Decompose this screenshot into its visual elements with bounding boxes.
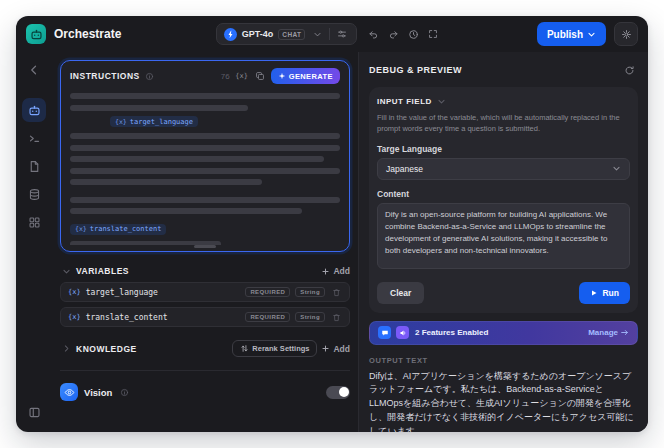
undo-icon[interactable]: [364, 25, 382, 43]
model-mode-badge: CHAT: [278, 29, 305, 40]
variable-brace-icon: {x}: [68, 288, 81, 296]
variable-row-translate-content[interactable]: {x} translate_content REQUIRED String: [60, 307, 350, 327]
debug-title: DEBUG & PREVIEW: [369, 65, 462, 75]
pill-divider: [329, 28, 330, 40]
features-enabled-text: 2 Features Enabled: [415, 328, 488, 337]
model-params-sliders-icon[interactable]: [335, 27, 349, 41]
header-settings-button[interactable]: [614, 22, 638, 46]
layout-icon: [28, 406, 41, 419]
chevron-down-icon[interactable]: [60, 265, 72, 277]
expand-icon[interactable]: [424, 25, 442, 43]
trash-icon[interactable]: [330, 286, 342, 298]
file-icon: [28, 160, 41, 173]
required-badge: REQUIRED: [245, 312, 290, 322]
back-button[interactable]: [22, 58, 46, 82]
vision-feature-row: Vision: [60, 383, 350, 401]
target-language-select[interactable]: Japanese: [377, 158, 630, 180]
instructions-editor[interactable]: INSTRUCTIONS 76 {x} GENERATE: [60, 60, 350, 252]
chevron-down-icon: [310, 27, 324, 41]
copy-icon[interactable]: [253, 69, 267, 83]
content-textarea[interactable]: Dify is an open-source platform for buil…: [377, 203, 630, 269]
trash-icon[interactable]: [330, 311, 342, 323]
history-icon[interactable]: [404, 25, 422, 43]
redacted-text-line: [70, 168, 340, 174]
debug-header: DEBUG & PREVIEW: [369, 61, 638, 79]
instructions-header: INSTRUCTIONS 76 {x} GENERATE: [70, 68, 340, 84]
redacted-text-line: [70, 179, 262, 185]
feature-tts-icon: [396, 326, 409, 339]
panel-layout-toggle[interactable]: [22, 400, 46, 424]
vision-icon: [60, 383, 78, 401]
sparkle-icon: [278, 72, 286, 80]
editor-resize-handle[interactable]: [194, 245, 216, 248]
insert-variable-button[interactable]: {x}: [235, 69, 249, 83]
variables-header: VARIABLES Add: [60, 265, 350, 277]
redacted-text-line: [70, 145, 340, 151]
sidebar-item-documents[interactable]: [22, 154, 46, 178]
type-badge[interactable]: String: [295, 287, 325, 297]
variable-chip-label: translate_content: [90, 225, 162, 233]
app-window: Orchestrate GPT-4o CHAT: [16, 16, 648, 432]
sidebar-item-tools[interactable]: [22, 210, 46, 234]
plus-icon: [321, 344, 330, 353]
feature-chat-icon: [378, 326, 391, 339]
chip-row: {x} translate_content: [70, 224, 340, 235]
rerank-settings-label: Rerank Settings: [252, 344, 309, 353]
sidebar-item-orchestrate[interactable]: [22, 98, 46, 122]
generate-label: GENERATE: [289, 72, 333, 81]
variable-brace-icon: {x}: [235, 72, 248, 80]
variable-brace-icon: {x}: [68, 313, 81, 321]
knowledge-title: KNOWLEDGE: [76, 344, 137, 354]
input-field-title: INPUT FIELD: [377, 97, 432, 106]
config-panel: INSTRUCTIONS 76 {x} GENERATE: [52, 52, 358, 432]
play-icon: [590, 289, 598, 297]
vision-label: Vision: [84, 387, 112, 398]
instructions-text-area[interactable]: {x} target_language {x}: [70, 84, 340, 245]
required-badge: REQUIRED: [245, 287, 290, 297]
refresh-icon[interactable]: [620, 61, 638, 79]
vision-toggle[interactable]: [326, 386, 350, 399]
sidebar-item-prompt[interactable]: [22, 126, 46, 150]
add-knowledge-label: Add: [333, 344, 350, 354]
sidebar-item-datasets[interactable]: [22, 182, 46, 206]
publish-label: Publish: [547, 29, 583, 40]
add-knowledge-button[interactable]: Add: [321, 344, 350, 354]
database-icon: [28, 188, 41, 201]
content-label: Content: [377, 189, 630, 199]
top-header: Orchestrate GPT-4o CHAT: [16, 16, 648, 52]
char-count: 76: [221, 72, 230, 81]
output-text-title: OUTPUT TEXT: [369, 356, 638, 365]
variable-chip-translate-content[interactable]: {x} translate_content: [70, 224, 166, 235]
model-selector[interactable]: GPT-4o CHAT: [216, 23, 358, 45]
clear-button[interactable]: Clear: [377, 282, 424, 304]
debug-panel: DEBUG & PREVIEW INPUT FIELD Fill in the …: [358, 52, 648, 432]
variable-name: target_language: [86, 288, 158, 297]
redo-icon[interactable]: [384, 25, 402, 43]
rerank-settings-button[interactable]: Rerank Settings: [232, 340, 317, 357]
app-body: INSTRUCTIONS 76 {x} GENERATE: [16, 52, 648, 432]
info-icon: [118, 386, 130, 398]
chevron-down-icon: [612, 164, 621, 173]
publish-button[interactable]: Publish: [537, 22, 606, 46]
output-text: Difyは、AIアプリケーションを構築するためのオープンソースプラットフォームで…: [369, 370, 638, 433]
chevron-right-icon[interactable]: [60, 343, 72, 355]
redacted-text-line: [70, 156, 324, 162]
input-field-header[interactable]: INPUT FIELD: [377, 95, 630, 107]
toggle-knob: [339, 387, 349, 397]
variable-row-target-language[interactable]: {x} target_language REQUIRED String: [60, 282, 350, 302]
app-logo-icon[interactable]: [26, 24, 46, 44]
generate-button[interactable]: GENERATE: [271, 68, 340, 84]
chevron-down-icon: [587, 30, 596, 39]
type-badge[interactable]: String: [295, 312, 325, 322]
add-variable-button[interactable]: Add: [321, 266, 350, 276]
grid-icon: [28, 216, 41, 229]
chevron-left-icon: [28, 64, 40, 76]
features-banner: 2 Features Enabled Manage: [369, 321, 638, 345]
gear-icon: [621, 29, 632, 40]
header-toolbar: [364, 25, 442, 43]
instructions-title: INSTRUCTIONS: [70, 71, 140, 81]
variable-chip-target-language[interactable]: {x} target_language: [110, 116, 198, 127]
variable-brace-icon: {x}: [115, 118, 127, 126]
run-button[interactable]: Run: [579, 282, 630, 304]
manage-features-button[interactable]: Manage: [588, 328, 629, 337]
